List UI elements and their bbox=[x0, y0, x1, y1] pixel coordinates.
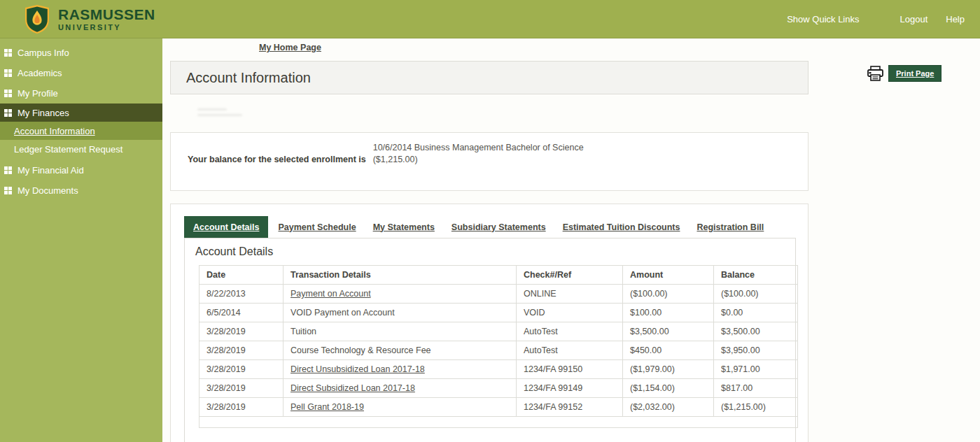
main-content: My Home Page Account Information Print P… bbox=[162, 38, 980, 442]
cell-balance: $3,950.00 bbox=[714, 341, 798, 360]
cell-transaction-details: Pell Grant 2018-19 bbox=[284, 398, 517, 417]
sidebar-item-label: My Financial Aid bbox=[18, 165, 84, 176]
tab-subsidiary-statements[interactable]: Subsidiary Statements bbox=[451, 216, 546, 238]
table-row: 3/28/2019 Direct Unsubsidized Loan 2017-… bbox=[200, 360, 798, 379]
cell-amount: $450.00 bbox=[623, 341, 714, 360]
cell-check-ref: AutoTest bbox=[517, 322, 623, 341]
grid-icon bbox=[4, 109, 12, 117]
table-row: 3/28/2019 Pell Grant 2018-19 1234/FA 991… bbox=[200, 398, 798, 417]
table-row: 8/22/2013 Payment on Account ONLINE ($10… bbox=[200, 285, 798, 304]
tab-estimated-tuition-discounts[interactable]: Estimated Tuition Discounts bbox=[563, 216, 680, 238]
grid-icon bbox=[4, 166, 12, 174]
printer-icon[interactable] bbox=[867, 65, 884, 82]
top-header-bar: RASMUSSEN UNIVERSITY Show Quick Links Lo… bbox=[0, 0, 980, 38]
page-title: Account Information bbox=[186, 70, 311, 86]
sidebar-nav: Campus Info Academics My Profile My Fina… bbox=[0, 38, 162, 442]
my-home-page-link[interactable]: My Home Page bbox=[259, 43, 321, 52]
cell-transaction-details: Direct Subsidized Loan 2017-18 bbox=[284, 379, 517, 398]
balance-values: 10/6/2014 Business Management Bachelor o… bbox=[373, 142, 584, 181]
show-quick-links-button[interactable]: Show Quick Links bbox=[787, 14, 859, 24]
transaction-link[interactable]: Pell Grant 2018-19 bbox=[290, 402, 364, 412]
cell-amount: ($2,032.00) bbox=[623, 398, 714, 417]
logo-wordmark: RASMUSSEN UNIVERSITY bbox=[58, 7, 155, 31]
table-footer-row bbox=[200, 417, 798, 428]
cell-balance: $0.00 bbox=[714, 304, 798, 322]
table-row: 6/5/2014 VOID Payment on Account VOID $1… bbox=[200, 304, 798, 322]
page-title-bar: Account Information bbox=[170, 61, 808, 94]
cell-balance: ($100.00) bbox=[714, 285, 798, 304]
transaction-link[interactable]: Direct Subsidized Loan 2017-18 bbox=[290, 383, 415, 393]
balance-label: Your balance for the selected enrollment… bbox=[188, 154, 366, 181]
sidebar-item-label: My Finances bbox=[18, 108, 69, 118]
redacted-area bbox=[197, 108, 260, 122]
column-header-transaction-details: Transaction Details bbox=[284, 266, 517, 285]
transaction-link[interactable]: Payment on Account bbox=[290, 289, 371, 299]
sidebar-subitem-label: Account Information bbox=[14, 126, 95, 136]
tab-payment-schedule[interactable]: Payment Schedule bbox=[278, 216, 356, 238]
cell-check-ref: ONLINE bbox=[517, 285, 623, 304]
balance-summary-box: Your balance for the selected enrollment… bbox=[170, 132, 808, 191]
column-header-check-ref: Check#/Ref bbox=[517, 266, 623, 285]
cell-balance: $3,500.00 bbox=[714, 322, 798, 341]
body-row: Campus Info Academics My Profile My Fina… bbox=[0, 38, 980, 442]
section-title: Account Details bbox=[195, 245, 787, 258]
sidebar-subitem-ledger-statement-request[interactable]: Ledger Statement Request bbox=[0, 140, 162, 158]
sidebar-item-label: My Documents bbox=[18, 185, 78, 196]
cell-check-ref: AutoTest bbox=[517, 341, 623, 360]
cell-amount: $100.00 bbox=[623, 304, 714, 322]
cell-date: 3/28/2019 bbox=[200, 341, 284, 360]
cell-transaction-details: VOID Payment on Account bbox=[284, 304, 517, 322]
tab-my-statements[interactable]: My Statements bbox=[373, 216, 435, 238]
sidebar-item-label: Campus Info bbox=[18, 48, 69, 58]
transaction-link[interactable]: Direct Unsubsidized Loan 2017-18 bbox=[290, 364, 425, 374]
tab-registration-bill[interactable]: Registration Bill bbox=[696, 216, 764, 238]
grid-icon bbox=[4, 187, 12, 194]
cell-date: 3/28/2019 bbox=[200, 398, 284, 417]
cell-transaction-details: Direct Unsubsidized Loan 2017-18 bbox=[284, 360, 517, 379]
grid-icon bbox=[4, 90, 12, 97]
sidebar-item-my-finances[interactable]: My Finances bbox=[0, 104, 162, 122]
table-header-row: Date Transaction Details Check#/Ref Amou… bbox=[200, 266, 798, 285]
cell-date: 6/5/2014 bbox=[200, 304, 284, 322]
sidebar-item-my-profile[interactable]: My Profile bbox=[0, 83, 162, 104]
cell-transaction-details: Payment on Account bbox=[284, 285, 517, 304]
university-logo: RASMUSSEN UNIVERSITY bbox=[23, 4, 155, 34]
cell-date: 8/22/2013 bbox=[200, 285, 284, 304]
tab-account-details[interactable]: Account Details bbox=[184, 216, 268, 238]
help-link[interactable]: Help bbox=[946, 14, 965, 24]
table-row: 3/28/2019 Direct Subsidized Loan 2017-18… bbox=[200, 379, 798, 398]
balance-amount: ($1,215.00) bbox=[373, 154, 584, 166]
cell-amount: ($1,979.00) bbox=[623, 360, 714, 379]
print-page-button[interactable]: Print Page bbox=[888, 65, 941, 82]
sidebar-item-campus-info[interactable]: Campus Info bbox=[0, 43, 162, 63]
logo-line2: UNIVERSITY bbox=[58, 24, 155, 31]
cell-date: 3/28/2019 bbox=[200, 379, 284, 398]
cell-date: 3/28/2019 bbox=[200, 322, 284, 341]
logout-link[interactable]: Logout bbox=[899, 14, 927, 24]
print-controls: Print Page bbox=[867, 65, 941, 82]
cell-transaction-details: Tuition bbox=[284, 322, 517, 341]
cell-check-ref: 1234/FA 99152 bbox=[517, 398, 623, 417]
sidebar-subitem-account-information[interactable]: Account Information bbox=[0, 122, 162, 140]
sidebar-item-my-financial-aid[interactable]: My Financial Aid bbox=[0, 160, 162, 180]
table-row: 3/28/2019 Tuition AutoTest $3,500.00 $3,… bbox=[200, 322, 798, 341]
grid-icon bbox=[4, 49, 12, 57]
cell-amount: ($100.00) bbox=[623, 285, 714, 304]
top-nav-links: Show Quick Links Logout Help bbox=[787, 14, 965, 24]
shield-flame-icon bbox=[23, 4, 51, 34]
cell-balance: $1,971.00 bbox=[714, 360, 798, 379]
column-header-date: Date bbox=[200, 266, 284, 285]
logo-line1: RASMUSSEN bbox=[58, 7, 155, 22]
cell-amount: $3,500.00 bbox=[623, 322, 714, 341]
sidebar-item-label: My Profile bbox=[18, 88, 58, 99]
column-header-amount: Amount bbox=[623, 266, 714, 285]
account-details-table: Date Transaction Details Check#/Ref Amou… bbox=[199, 265, 798, 428]
account-details-box: Account Details Date Transaction Details… bbox=[184, 238, 796, 442]
cell-balance: $817.00 bbox=[714, 379, 798, 398]
empty-footer-cell bbox=[200, 417, 798, 428]
sidebar-item-my-documents[interactable]: My Documents bbox=[0, 180, 162, 201]
sidebar-item-label: Academics bbox=[18, 68, 62, 78]
enrollment-description: 10/6/2014 Business Management Bachelor o… bbox=[373, 142, 584, 154]
portal-app: RASMUSSEN UNIVERSITY Show Quick Links Lo… bbox=[0, 0, 980, 442]
sidebar-item-academics[interactable]: Academics bbox=[0, 63, 162, 83]
